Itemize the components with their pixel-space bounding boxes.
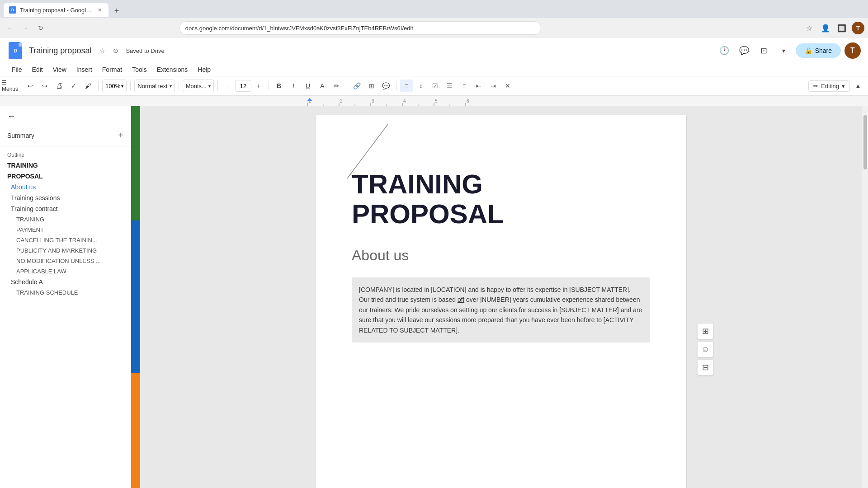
ruler-marks: 1 2 3 4 5 6 bbox=[140, 96, 547, 106]
user-avatar-browser[interactable]: T bbox=[852, 22, 864, 34]
svg-text:3: 3 bbox=[372, 99, 374, 103]
comment-toolbar-btn[interactable]: 💬 bbox=[380, 80, 392, 92]
share-button[interactable]: 🔒 Share bbox=[796, 43, 841, 58]
present-icon[interactable]: ⊡ bbox=[756, 42, 772, 59]
editing-mode-btn[interactable]: ✏ Editing ▾ bbox=[808, 80, 850, 92]
underline-btn[interactable]: U bbox=[302, 80, 314, 92]
outline-item-law[interactable]: APPLICABLE LAW bbox=[0, 266, 131, 277]
address-input[interactable]: docs.google.com/document/d/1_bintwsrJVFM… bbox=[179, 21, 541, 35]
line-spacing-btn[interactable]: ↕ bbox=[415, 80, 427, 92]
bold-btn[interactable]: B bbox=[273, 80, 285, 92]
image-side-btn[interactable]: ⊟ bbox=[697, 359, 713, 375]
outline-item-cancel[interactable]: CANCELLING THE TRAININ... bbox=[0, 235, 131, 245]
add-summary-btn[interactable]: + bbox=[118, 130, 123, 141]
docs-logo: D bbox=[7, 42, 24, 60]
scrollbar-thumb[interactable] bbox=[863, 115, 867, 169]
text-color-btn[interactable]: A bbox=[316, 80, 329, 92]
sidebar-back-btn[interactable]: ← bbox=[7, 112, 15, 121]
align-btn[interactable]: ≡ bbox=[400, 80, 413, 92]
redo-btn[interactable]: ↪ bbox=[38, 80, 51, 92]
menu-help[interactable]: Help bbox=[193, 64, 215, 75]
active-tab[interactable]: D Training proposal - Google Do... ✕ bbox=[4, 3, 108, 17]
checklist-btn[interactable]: ☑ bbox=[429, 80, 442, 92]
font-dropdown-icon: ▾ bbox=[208, 84, 211, 89]
bookmark-icon[interactable]: ☆ bbox=[803, 22, 816, 34]
zoom-value: 100% bbox=[105, 83, 120, 89]
svg-text:2: 2 bbox=[340, 99, 343, 103]
share-label: Share bbox=[815, 47, 832, 54]
menu-format[interactable]: Format bbox=[98, 64, 127, 75]
font-size-input[interactable] bbox=[235, 80, 251, 92]
outline-item-sessions[interactable]: Training sessions bbox=[0, 192, 131, 203]
print-btn[interactable]: 🖨 bbox=[53, 80, 66, 92]
outline-item-contract[interactable]: Training contract bbox=[0, 203, 131, 214]
menu-extensions[interactable]: Extensions bbox=[152, 64, 192, 75]
numbering-btn[interactable]: ≡ bbox=[458, 80, 471, 92]
indent-left-btn[interactable]: ⇤ bbox=[472, 80, 485, 92]
toolbar-collapse-btn[interactable]: ▲ bbox=[852, 80, 864, 92]
bullet-btn[interactable]: ☰ bbox=[443, 80, 456, 92]
drive-icon[interactable]: ⊙ bbox=[110, 45, 121, 56]
style-select[interactable]: Normal text ▾ bbox=[134, 80, 175, 92]
new-tab-button[interactable]: + bbox=[110, 5, 123, 17]
outline-item-subtraining[interactable]: TRAINING bbox=[0, 214, 131, 225]
link-btn[interactable]: 🔗 bbox=[351, 80, 363, 92]
document-paragraph[interactable]: [COMPANY] is located in [LOCATION] and i… bbox=[352, 277, 650, 343]
saved-badge: Saved to Drive bbox=[126, 47, 164, 54]
clear-format-btn[interactable]: ✕ bbox=[501, 80, 514, 92]
header-right: 🕐 💬 ⊡ ▾ 🔒 Share T bbox=[716, 42, 861, 59]
svg-line-31 bbox=[347, 124, 388, 178]
address-bar-row: ← → ↻ docs.google.com/document/d/1_bintw… bbox=[0, 18, 868, 38]
user-avatar-app[interactable]: T bbox=[844, 42, 861, 59]
profile-icon[interactable]: 👤 bbox=[819, 22, 832, 34]
browser-action-icons: ☆ 👤 🔲 T bbox=[803, 22, 864, 34]
present-dropdown[interactable]: ▾ bbox=[776, 42, 792, 59]
outline-item-payment[interactable]: PAYMENT bbox=[0, 225, 131, 235]
undo-btn[interactable]: ↩ bbox=[24, 80, 37, 92]
spellcheck-btn[interactable]: ✓ bbox=[67, 80, 80, 92]
comment-icon[interactable]: 💬 bbox=[736, 42, 752, 59]
font-size-increase-btn[interactable]: + bbox=[252, 80, 265, 92]
emoji-btn[interactable]: ☺ bbox=[697, 341, 713, 357]
lock-icon: 🔒 bbox=[805, 47, 812, 54]
extension-icon[interactable]: 🔲 bbox=[835, 22, 848, 34]
zoom-dropdown-icon: ▾ bbox=[121, 84, 123, 89]
menus-btn[interactable]: ☰ Menus bbox=[4, 80, 16, 92]
outline-item-about[interactable]: About us bbox=[0, 182, 131, 192]
app-title: Training proposal bbox=[29, 46, 91, 56]
italic-btn[interactable]: I bbox=[287, 80, 300, 92]
highlight-btn[interactable]: ✏ bbox=[330, 80, 343, 92]
ruler: 1 2 3 4 5 6 bbox=[0, 96, 868, 106]
outline-item-publicity[interactable]: PUBLICITY AND MARKETING bbox=[0, 245, 131, 256]
paint-format-btn[interactable]: 🖌 bbox=[82, 80, 94, 92]
tab-close-btn[interactable]: ✕ bbox=[96, 6, 103, 14]
paragraph-text: [COMPANY] is located in [LOCATION] and i… bbox=[359, 286, 642, 334]
menu-insert[interactable]: Insert bbox=[72, 64, 97, 75]
outline-item-schedule[interactable]: Schedule A bbox=[0, 277, 131, 287]
scrollbar[interactable] bbox=[862, 106, 868, 488]
outline-item-proposal[interactable]: PROPOSAL bbox=[0, 171, 131, 182]
toolbar-sep-1 bbox=[20, 81, 20, 90]
zoom-control[interactable]: 100% ▾ bbox=[102, 80, 127, 92]
font-size-decrease-btn[interactable]: − bbox=[222, 80, 234, 92]
add-comment-btn[interactable]: ⊞ bbox=[697, 323, 713, 339]
doc-area[interactable]: TRAINING PROPOSAL About us [COMPANY] is … bbox=[131, 106, 862, 488]
toolbar-sep-6 bbox=[269, 81, 269, 90]
menu-tools[interactable]: Tools bbox=[127, 64, 151, 75]
menu-file[interactable]: File bbox=[7, 64, 27, 75]
nav-back-button[interactable]: ← bbox=[4, 22, 16, 34]
page-decoration bbox=[343, 124, 433, 178]
edit-icon: ✏ bbox=[813, 83, 818, 89]
history-icon[interactable]: 🕐 bbox=[716, 42, 732, 59]
outline-item-training[interactable]: TRAINING bbox=[0, 160, 131, 171]
star-icon[interactable]: ☆ bbox=[97, 45, 108, 56]
menu-view[interactable]: View bbox=[48, 64, 71, 75]
nav-refresh-button[interactable]: ↻ bbox=[34, 22, 47, 34]
outline-item-nomod[interactable]: NO MODIFICATION UNLESS ... bbox=[0, 256, 131, 266]
font-select[interactable]: Monts... ▾ bbox=[183, 80, 214, 92]
menu-edit[interactable]: Edit bbox=[28, 64, 47, 75]
nav-forward-button[interactable]: → bbox=[19, 22, 32, 34]
outline-item-training-schedule[interactable]: TRAINING SCHEDULE bbox=[0, 287, 131, 298]
indent-right-btn[interactable]: ⇥ bbox=[487, 80, 500, 92]
image-btn[interactable]: ⊞ bbox=[365, 80, 378, 92]
